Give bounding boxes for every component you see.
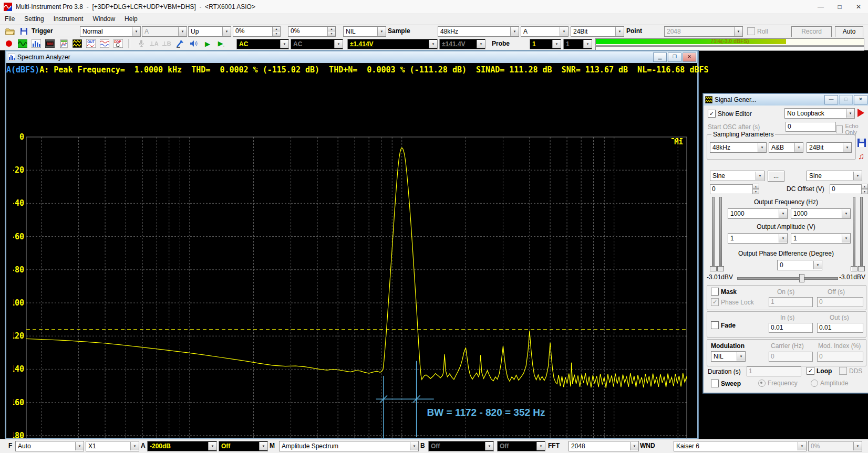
menu-setting[interactable]: Setting	[19, 14, 48, 24]
close-button[interactable]: ✕	[849, 0, 868, 14]
frequency-b-combo[interactable]: 1000▼	[791, 208, 851, 219]
chevron-down-icon[interactable]: ▼	[615, 27, 624, 36]
auto-button[interactable]: Auto	[835, 26, 863, 37]
chevron-down-icon[interactable]: ▼	[259, 442, 267, 450]
spectrum-window-titlebar[interactable]: Spectrum Analyzer ▁ ❐ ✕	[6, 51, 697, 63]
frequency-a-combo[interactable]: 1000▼	[728, 208, 788, 219]
sg-bits-combo[interactable]: 24Bit▼	[807, 142, 852, 153]
waveform-more-button[interactable]: ...	[768, 171, 784, 182]
menu-help[interactable]: Help	[120, 14, 142, 24]
balance-slider[interactable]	[737, 277, 838, 280]
fade-checkbox[interactable]: Fade	[711, 321, 736, 329]
persistence-a-combo[interactable]: Off▼	[219, 441, 268, 451]
coupling-a-combo[interactable]: AC▼	[236, 39, 289, 49]
menu-file[interactable]: File	[0, 14, 19, 24]
ddp-viewer-icon[interactable]: DDP	[112, 38, 124, 49]
spectrum-restore-button[interactable]: ❐	[668, 52, 681, 62]
fade-in-input[interactable]: 0.01	[769, 323, 813, 333]
range-a-combo[interactable]: ±1.414V▼	[347, 39, 438, 49]
chevron-down-icon[interactable]: ▼	[75, 442, 84, 450]
loop-checkbox[interactable]: ✓Loop	[807, 367, 832, 375]
fft-size-combo[interactable]: 2048▼	[569, 441, 639, 451]
chevron-down-icon[interactable]: ▼	[510, 27, 519, 36]
waveform-b-combo[interactable]: Sine▼	[807, 171, 862, 181]
show-editor-checkbox[interactable]: ✓Show Editor	[708, 110, 752, 118]
sampling-rate-combo[interactable]: 48kHz▼	[438, 26, 519, 37]
multimeter-icon[interactable]: 888	[44, 38, 56, 49]
chevron-down-icon[interactable]: ▼	[798, 442, 806, 450]
amplitude-slider-b-right[interactable]	[860, 197, 863, 271]
siggen-run-button[interactable]	[857, 109, 864, 117]
chevron-down-icon[interactable]: ▼	[377, 27, 386, 36]
fade-out-input[interactable]: 0.01	[817, 323, 863, 333]
chevron-down-icon[interactable]: ▼	[410, 442, 418, 450]
signal-generator-icon[interactable]	[71, 38, 83, 49]
amplitude-b-combo[interactable]: 1▼	[791, 233, 851, 244]
chevron-down-icon[interactable]: ▼	[222, 27, 231, 36]
siggen-minimize-button[interactable]: —	[824, 95, 838, 104]
dc-offset-a-input[interactable]: 0	[710, 184, 753, 194]
spectrum-minimize-button[interactable]: ▁	[653, 52, 667, 62]
amplitude-slider-a-left[interactable]	[712, 197, 715, 271]
slider-handle[interactable]	[858, 266, 865, 271]
spectrogram-icon[interactable]	[99, 38, 110, 49]
slider-handle[interactable]	[851, 266, 857, 271]
chevron-down-icon[interactable]: ▼	[280, 40, 288, 48]
signal-generator-titlebar[interactable]: Signal Gener... — □ ✕	[704, 94, 868, 106]
sg-channels-combo[interactable]: A&B▼	[769, 142, 803, 153]
trigger-level-spin[interactable]: 0%▲▼	[233, 26, 281, 37]
amplitude-slider-b-left[interactable]	[853, 197, 855, 271]
open-file-icon[interactable]	[4, 26, 16, 36]
menu-window[interactable]: Window	[88, 14, 120, 24]
amplitude-a-combo[interactable]: 1▼	[728, 233, 788, 244]
chevron-down-icon[interactable]: ▼	[630, 442, 638, 450]
siggen-close-button[interactable]: ✕	[854, 95, 867, 104]
maximize-button[interactable]: □	[830, 0, 849, 14]
save-file-icon[interactable]	[18, 26, 29, 36]
spinner-arrows[interactable]: ▲▼	[272, 27, 280, 36]
range-low-a-combo[interactable]: -200dB▼	[147, 441, 217, 451]
chevron-down-icon[interactable]: ▼	[208, 442, 216, 450]
speaker-icon[interactable]	[188, 38, 200, 49]
waveform-a-combo[interactable]: Sine▼	[710, 171, 764, 181]
window-function-combo[interactable]: Kaiser 6▼	[674, 441, 807, 451]
slider-handle[interactable]	[710, 266, 717, 271]
dc-offset-b-input[interactable]: 0	[830, 184, 863, 194]
spectrum-analyzer-icon[interactable]	[30, 38, 42, 49]
frequency-range-combo[interactable]: Auto▼	[15, 441, 84, 451]
music-note-icon[interactable]: ♫	[858, 152, 864, 161]
run-icon[interactable]: ▶	[202, 38, 213, 49]
amplitude-slider-a-right[interactable]	[719, 197, 722, 271]
chevron-down-icon[interactable]: ▼	[560, 27, 568, 36]
spectrum-3d-plot-icon[interactable]	[58, 38, 69, 49]
frequency-zoom-combo[interactable]: X1▼	[86, 441, 139, 451]
trigger-mode-combo[interactable]: Normal▼	[80, 26, 141, 37]
sampling-bits-combo[interactable]: 24Bit▼	[571, 26, 624, 37]
sg-rate-combo[interactable]: 48kHz▼	[710, 142, 767, 153]
data-logger-icon[interactable]: OUT	[85, 38, 97, 49]
phase-combo[interactable]: 0▼	[777, 260, 822, 270]
dc-offset-a-spinner[interactable]: ▲▼	[752, 184, 759, 194]
chevron-down-icon[interactable]: ▼	[552, 40, 561, 48]
spinner-arrows[interactable]: ▲▼	[327, 27, 335, 36]
save-signal-icon[interactable]	[857, 138, 866, 148]
mask-checkbox[interactable]: Mask	[711, 288, 737, 296]
chevron-down-icon[interactable]: ▼	[130, 442, 139, 450]
probe-a-combo[interactable]: 1▼	[530, 39, 561, 49]
oscilloscope-record-icon[interactable]	[3, 38, 15, 49]
modulation-type-combo[interactable]: NIL▼	[711, 351, 746, 362]
menu-instrument[interactable]: Instrument	[49, 14, 88, 24]
sweep-checkbox[interactable]: Sweep	[711, 380, 741, 387]
chevron-down-icon[interactable]: ▼	[429, 40, 437, 48]
display-mode-combo[interactable]: Amplitude Spectrum▼	[279, 441, 419, 451]
dc-offset-b-spinner[interactable]: ▲▼	[861, 184, 868, 194]
minimize-button[interactable]: —	[811, 0, 830, 14]
slider-handle[interactable]	[717, 266, 724, 271]
probe-calibration-icon[interactable]	[174, 38, 186, 49]
spectrum-plot[interactable]: 0-20-40-60-80-100-120-140-160-180-200205…	[13, 128, 701, 453]
sampling-channel-combo[interactable]: A▼	[521, 26, 569, 37]
trigger-delay-spin[interactable]: 0%▲▼	[288, 26, 336, 37]
siggen-maximize-button[interactable]: □	[839, 95, 853, 104]
trigger-edge-combo[interactable]: Up▼	[188, 26, 231, 37]
balance-slider-handle[interactable]	[799, 274, 804, 282]
